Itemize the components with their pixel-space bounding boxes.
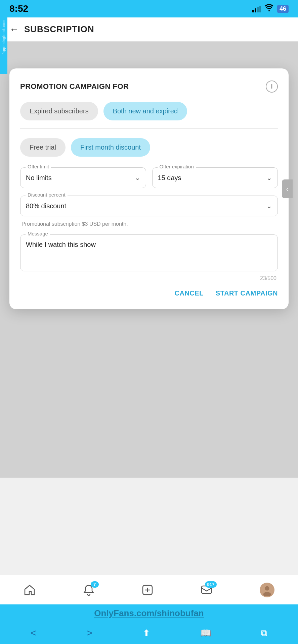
discount-select[interactable]: 80% discount ⌄ xyxy=(20,196,278,216)
info-icon-button[interactable]: i xyxy=(266,80,278,93)
message-label: Message xyxy=(26,231,50,236)
nav-add[interactable] xyxy=(141,584,154,596)
target-toggle-group: Expired subscribers Both new and expired xyxy=(20,102,278,120)
bottom-nav: 7 917 xyxy=(0,575,298,604)
notification-badge: 7 xyxy=(91,581,99,588)
offer-expiration-select[interactable]: 15 days ⌄ xyxy=(152,167,278,188)
back-button[interactable]: ← xyxy=(9,24,19,35)
browser-nav-row: OnlyFans.com/shinobufan < > ⬆ 📖 ⧉ xyxy=(0,604,298,644)
message-input[interactable]: While I watch this show xyxy=(20,234,278,271)
cancel-button[interactable]: CANCEL xyxy=(175,289,204,297)
promo-note: Promotional subscription $3 USD per mont… xyxy=(22,221,278,227)
start-campaign-button[interactable]: START CAMPAIGN xyxy=(216,289,278,297)
battery-icon: 46 xyxy=(277,5,289,13)
message-badge: 917 xyxy=(205,581,217,588)
main-content: $45 USD total for 6 months 30% ✕ Trial L… xyxy=(0,42,298,478)
discount-chevron: ⌄ xyxy=(266,202,272,210)
free-trial-button[interactable]: Free trial xyxy=(20,138,66,157)
page-title: SUBSCRIPTION xyxy=(24,24,94,35)
wifi-icon xyxy=(264,4,274,13)
of-url-text: OnlyFans.com/shinobufan xyxy=(94,608,204,619)
offer-limit-value: No limits xyxy=(26,174,52,182)
offer-limit-select[interactable]: No limits ⌄ xyxy=(20,167,146,188)
browser-back-button[interactable]: < xyxy=(27,626,41,640)
status-time: 8:52 xyxy=(9,3,28,14)
browser-bookmark-button[interactable]: 📖 xyxy=(196,627,215,640)
divider xyxy=(20,128,278,129)
offer-limit-label: Offer limit xyxy=(26,164,51,169)
discount-field-wrap: Discount percent 80% discount ⌄ xyxy=(20,196,278,216)
discount-value: 80% discount xyxy=(26,202,66,210)
browser-share-button[interactable]: ⬆ xyxy=(139,627,154,640)
nav-messages[interactable]: 917 xyxy=(201,584,213,596)
nav-header: ← SUBSCRIPTION xyxy=(0,17,298,42)
offer-expiration-wrap: Offer expiration 15 days ⌄ xyxy=(152,167,278,188)
modal-title: PROMOTION CAMPAIGN FOR xyxy=(20,82,129,91)
browser-forward-button[interactable]: > xyxy=(83,626,97,640)
browser-tabs-button[interactable]: ⧉ xyxy=(257,627,271,640)
avatar xyxy=(260,583,274,597)
nav-profile[interactable] xyxy=(260,583,274,597)
offer-fields-row: Offer limit No limits ⌄ Offer expiration… xyxy=(20,167,278,188)
offer-limit-chevron: ⌄ xyxy=(135,174,140,182)
status-icons: 46 xyxy=(252,4,289,13)
right-arrow-button[interactable]: ‹ xyxy=(282,179,293,198)
message-wrap: Message While I watch this show xyxy=(20,234,278,273)
offer-expiration-chevron: ⌄ xyxy=(266,174,272,182)
offer-limit-wrap: Offer limit No limits ⌄ xyxy=(20,167,146,188)
target-both-button[interactable]: Both new and expired xyxy=(103,102,187,120)
signal-icon xyxy=(252,5,261,12)
nav-home[interactable] xyxy=(24,584,36,596)
promotion-modal: PROMOTION CAMPAIGN FOR i Expired subscri… xyxy=(9,68,289,309)
char-count: 23/500 xyxy=(20,275,276,281)
target-expired-button[interactable]: Expired subscribers xyxy=(20,102,98,120)
offer-expiration-value: 15 days xyxy=(158,174,181,182)
status-bar: fappeningbook.com 8:52 46 xyxy=(0,0,298,17)
offer-expiration-label: Offer expiration xyxy=(158,164,196,169)
watermark: fappeningbook.com xyxy=(0,0,7,74)
svg-point-3 xyxy=(265,586,269,590)
first-month-discount-button[interactable]: First month discount xyxy=(71,138,150,157)
modal-header: PROMOTION CAMPAIGN FOR i xyxy=(20,80,278,93)
discount-label: Discount percent xyxy=(26,192,68,198)
of-bar: OnlyFans.com/shinobufan xyxy=(5,604,293,622)
nav-notifications[interactable]: 7 xyxy=(83,584,95,596)
type-toggle-group: Free trial First month discount xyxy=(20,138,278,157)
browser-buttons-row: < > ⬆ 📖 ⧉ xyxy=(5,622,293,644)
action-row: CANCEL START CAMPAIGN xyxy=(20,289,278,297)
